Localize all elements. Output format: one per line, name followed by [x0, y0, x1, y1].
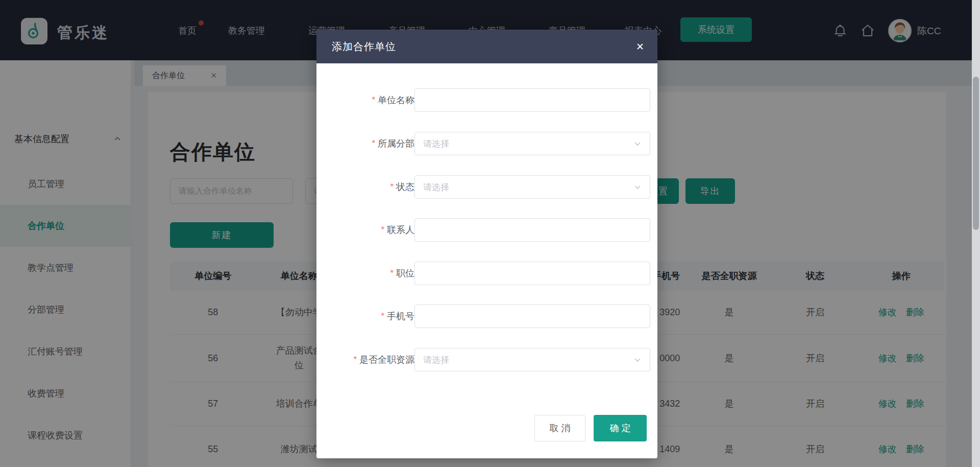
field-label: * 是否全职资源 — [327, 348, 414, 371]
modal-header: 添加合作单位 ✕ — [316, 30, 657, 63]
select-placeholder: 请选择 — [423, 181, 449, 193]
field-label: * 所属分部 — [327, 132, 414, 155]
required-asterisk: * — [381, 225, 384, 235]
field-label-text: 所属分部 — [378, 137, 414, 150]
field-label: * 手机号 — [327, 305, 414, 328]
page-scrollbar[interactable] — [972, 0, 980, 467]
position-input[interactable] — [414, 262, 650, 285]
required-asterisk: * — [353, 355, 357, 365]
select-placeholder: 请选择 — [423, 138, 449, 150]
required-asterisk: * — [372, 138, 375, 149]
chevron-down-icon — [633, 356, 642, 364]
close-icon[interactable]: ✕ — [636, 42, 644, 52]
field-label-text: 联系人 — [387, 224, 414, 236]
unit-name-input[interactable] — [414, 88, 650, 112]
branch-select[interactable]: 请选择 — [414, 132, 650, 155]
field-label: * 单位名称 — [327, 88, 414, 112]
field-label-text: 状态 — [396, 181, 414, 193]
phone-input[interactable] — [414, 305, 650, 328]
required-asterisk: * — [372, 95, 375, 105]
chevron-down-icon — [633, 139, 642, 148]
cancel-button[interactable]: 取 消 — [534, 415, 585, 441]
field-label-text: 是否全职资源 — [359, 354, 414, 366]
select-placeholder: 请选择 — [423, 354, 449, 366]
field-position: * 职位 — [316, 262, 657, 285]
confirm-button[interactable]: 确 定 — [594, 415, 647, 441]
field-phone: * 手机号 — [316, 305, 657, 328]
fulltime-select[interactable]: 请选择 — [414, 348, 650, 371]
field-branch: * 所属分部 请选择 — [316, 132, 657, 155]
field-fulltime: * 是否全职资源 请选择 — [316, 348, 657, 371]
contact-input[interactable] — [414, 218, 650, 242]
field-label: * 状态 — [327, 175, 414, 199]
field-unit-name: * 单位名称 — [316, 88, 657, 112]
field-label-text: 单位名称 — [378, 94, 414, 106]
field-label-text: 手机号 — [387, 310, 414, 322]
add-partner-unit-modal: 添加合作单位 ✕ * 单位名称 * 所属分部 请选择 * 状态 请选择 * — [316, 30, 657, 458]
required-asterisk: * — [390, 182, 394, 192]
field-label-text: 职位 — [396, 267, 414, 279]
scrollbar-thumb[interactable] — [973, 77, 979, 230]
field-label: * 联系人 — [327, 218, 414, 242]
chevron-down-icon — [633, 183, 642, 191]
field-contact: * 联系人 — [316, 218, 657, 242]
field-label: * 职位 — [327, 262, 414, 285]
required-asterisk: * — [381, 311, 384, 321]
status-select[interactable]: 请选择 — [414, 175, 650, 199]
field-status: * 状态 请选择 — [316, 175, 657, 199]
required-asterisk: * — [390, 268, 394, 278]
modal-title: 添加合作单位 — [332, 40, 396, 54]
